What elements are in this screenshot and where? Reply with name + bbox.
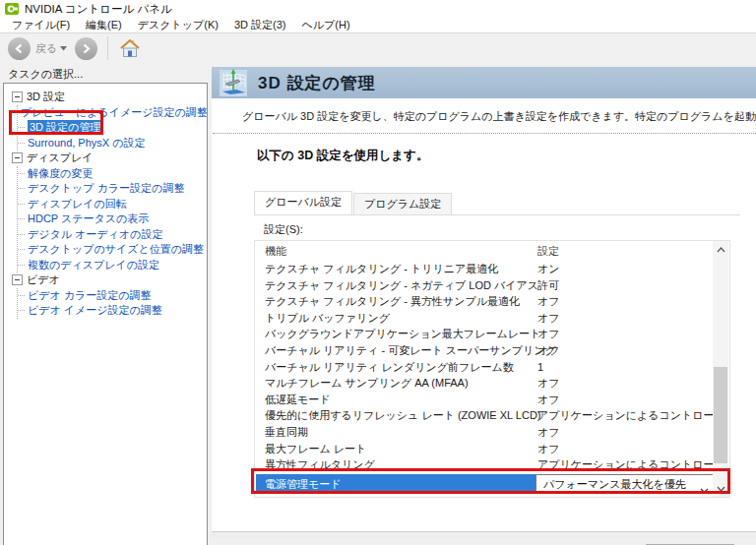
nvidia-logo-icon <box>5 2 19 16</box>
settings-label: 設定(S): <box>264 222 303 237</box>
menu-bar: ファイル(F) 編集(E) デスクトップ(K) 3D 設定(3) ヘルプ(H) <box>0 18 756 32</box>
sidebar-item-desktop-size-position[interactable]: デスクトップのサイズと位置の調整 <box>18 242 207 258</box>
table-row[interactable]: 優先的に使用するリフレッシュ レート (ZOWIE XL LCD)アプリケーショ… <box>255 407 729 424</box>
table-row[interactable]: バーチャル リアリティ - 可変レート スーパーサンプリングオフ <box>255 342 729 359</box>
sidebar-item-rotate-display[interactable]: ディスプレイの回転 <box>18 197 207 212</box>
home-button[interactable] <box>118 37 142 59</box>
sidebar-item-video-color[interactable]: ビデオ カラー設定の調整 <box>18 288 207 304</box>
tab-pane-border <box>254 214 740 215</box>
task-tree: 3D 設定 プレビューによるイメージ設定の調整 3D 設定の管理 Surroun… <box>3 83 208 545</box>
table-row[interactable]: 垂直同期オフ <box>255 424 729 441</box>
sidebar-item-video-image[interactable]: ビデオ イメージ設定の調整 <box>18 303 207 319</box>
annotation-box-sidebar-item <box>9 110 103 135</box>
home-icon <box>118 37 142 59</box>
arrow-right-icon <box>81 43 92 54</box>
tab-global-settings[interactable]: グローバル設定 <box>254 191 352 214</box>
toolbar: 戻る <box>0 32 756 63</box>
page-description: グローバル 3D 設定を変更し、特定のプログラムの上書き設定を作成できます。特定… <box>242 109 756 124</box>
menu-file[interactable]: ファイル(F) <box>4 18 78 32</box>
back-button[interactable] <box>8 37 31 60</box>
page-title: 3D 設定の管理 <box>258 72 376 94</box>
sidebar-item-desktop-color[interactable]: デスクトップ カラー設定の調整 <box>18 181 207 197</box>
menu-edit[interactable]: 編集(E) <box>78 18 130 32</box>
intro-text: 以下の 3D 設定を使用します。 <box>257 148 428 164</box>
table-scrollbar[interactable] <box>713 241 728 497</box>
table-row[interactable]: 最大フレーム レートオフ <box>255 441 729 457</box>
content-bottom-strip <box>212 531 756 538</box>
sidebar-item-hdcp-status[interactable]: HDCP ステータスの表示 <box>18 212 207 227</box>
table-row[interactable]: トリプル バッファリングオフ <box>255 310 729 327</box>
manage-3d-settings-icon <box>219 68 248 97</box>
forward-button[interactable] <box>75 37 97 60</box>
tree-node-display[interactable]: ディスプレイ <box>12 151 207 166</box>
table-row[interactable]: バックグラウンドアプリケーション最大フレームレートオフ <box>255 326 729 342</box>
column-setting: 設定 <box>537 241 559 261</box>
column-feature: 機能 <box>265 241 286 261</box>
toolbar-divider <box>107 36 108 60</box>
scrollbar-thumb[interactable] <box>714 367 727 463</box>
scroll-up-icon[interactable] <box>713 242 728 257</box>
arrow-left-icon <box>14 43 25 54</box>
annotation-box-power-row <box>251 468 730 494</box>
table-row[interactable]: テクスチャ フィルタリング - ネガティブ LOD バイアス許可 <box>255 277 729 294</box>
back-dropdown-caret-icon[interactable] <box>60 46 67 51</box>
settings-table: 機能 設定 テクスチャ フィルタリング - トリリニア最適化オン テクスチャ フ… <box>254 240 730 498</box>
collapse-icon[interactable] <box>12 91 23 102</box>
table-row[interactable]: バーチャル リアリティ レンダリング前フレーム数1 <box>255 359 729 376</box>
window-title: NVIDIA コントロール パネル <box>25 2 172 17</box>
table-row[interactable]: テクスチャ フィルタリング - トリリニア最適化オン <box>255 261 729 277</box>
sidebar-item-multiple-displays[interactable]: 複数のディスプレイの設定 <box>18 258 207 273</box>
nvidia-control-panel-window: NVIDIA コントロール パネル ファイル(F) 編集(E) デスクトップ(K… <box>0 0 756 545</box>
sidebar-item-change-resolution[interactable]: 解像度の変更 <box>18 166 207 182</box>
tree-group-display: ディスプレイ 解像度の変更 デスクトップ カラー設定の調整 ディスプレイの回転 … <box>12 151 207 272</box>
sidebar: タスクの選択... 3D 設定 プレビューによるイメージ設定の調整 3D 設定の… <box>0 63 212 545</box>
tab-program-settings[interactable]: プログラム設定 <box>353 193 452 214</box>
collapse-icon[interactable] <box>12 274 23 285</box>
dotted-divider <box>213 133 756 134</box>
page-header-band: 3D 設定の管理 <box>212 67 756 98</box>
table-row[interactable]: テクスチャ フィルタリング - 異方性サンプル最適化オフ <box>255 293 729 310</box>
table-row[interactable]: マルチフレーム サンプリング AA (MFAA)オフ <box>255 375 729 392</box>
sidebar-item-digital-audio[interactable]: デジタル オーディオの設定 <box>18 227 207 243</box>
tab-strip: グローバル設定 プログラム設定 <box>254 194 453 214</box>
sidebar-header: タスクの選択... <box>0 63 212 83</box>
title-bar: NVIDIA コントロール パネル <box>0 0 756 18</box>
menu-help[interactable]: ヘルプ(H) <box>294 18 358 32</box>
back-label: 戻る <box>35 41 57 56</box>
tree-node-3d-settings[interactable]: 3D 設定 <box>12 90 207 105</box>
menu-desktop[interactable]: デスクトップ(K) <box>130 18 226 32</box>
collapse-icon[interactable] <box>12 152 23 163</box>
tree-group-video: ビデオ ビデオ カラー設定の調整 ビデオ イメージ設定の調整 <box>12 272 207 319</box>
tree-node-video[interactable]: ビデオ <box>12 272 207 288</box>
menu-3d-settings[interactable]: 3D 設定(3) <box>226 18 294 32</box>
sidebar-item-surround-physx[interactable]: Surround, PhysX の設定 <box>18 136 207 151</box>
table-row[interactable]: 低遅延モードオフ <box>255 392 729 408</box>
table-header: 機能 設定 <box>255 241 729 261</box>
